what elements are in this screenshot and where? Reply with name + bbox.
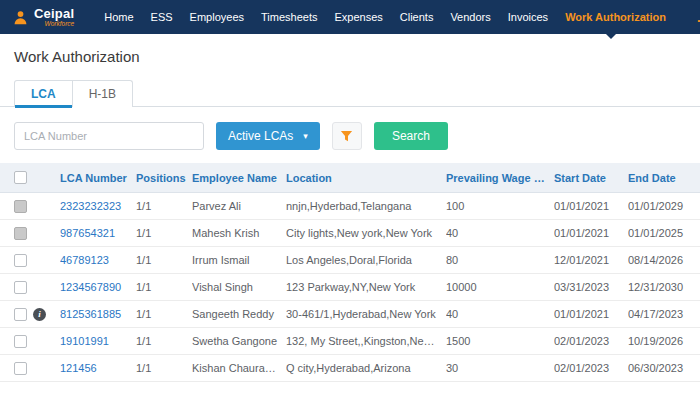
location-cell: Q city,Hyderabad,Arizona bbox=[286, 362, 446, 374]
start-date-cell: 02/01/2023 bbox=[554, 335, 628, 347]
employee-name-cell: Mahesh Krish bbox=[192, 227, 286, 239]
ceipal-logo[interactable]: Ceipal Workforce bbox=[12, 7, 74, 28]
wage-cell: 10000 bbox=[446, 281, 554, 293]
chevron-down-icon: ▾ bbox=[303, 131, 308, 141]
row-checkbox[interactable] bbox=[14, 281, 27, 294]
select-all-checkbox[interactable] bbox=[14, 171, 27, 184]
brand-name: Ceipal bbox=[34, 7, 74, 20]
start-date-cell: 02/01/2023 bbox=[554, 362, 628, 374]
start-date-cell: 01/01/2021 bbox=[554, 200, 628, 212]
lca-number-link[interactable]: 46789123 bbox=[60, 254, 136, 266]
location-cell: City lights,New york,New York bbox=[286, 227, 446, 239]
employee-name-cell: Vishal Singh bbox=[192, 281, 286, 293]
col-end-date: End Date bbox=[628, 172, 700, 184]
wage-cell: 1500 bbox=[446, 335, 554, 347]
start-date-cell: 12/01/2021 bbox=[554, 254, 628, 266]
lca-number-link[interactable]: 8125361885 bbox=[60, 308, 136, 320]
table-row: 987654321 1/1 Mahesh Krish City lights,N… bbox=[0, 220, 700, 247]
brand-tagline: Workforce bbox=[45, 21, 75, 28]
end-date-cell: 01/01/2025 bbox=[628, 227, 700, 239]
positions-cell: 1/1 bbox=[136, 362, 192, 374]
nav-item-vendors[interactable]: Vendors bbox=[450, 11, 490, 23]
end-date-cell: 12/31/2030 bbox=[628, 281, 700, 293]
row-checkbox bbox=[14, 227, 27, 240]
row-checkbox[interactable] bbox=[14, 362, 27, 375]
table-header-row: LCA Number Positions Employee Name Locat… bbox=[0, 163, 700, 193]
active-lcas-dropdown[interactable]: Active LCAs ▾ bbox=[216, 122, 320, 150]
table-row: i 8125361885 1/1 Sangeeth Reddy 30-461/1… bbox=[0, 301, 700, 328]
end-date-cell: 10/19/2026 bbox=[628, 335, 700, 347]
tab-h1b[interactable]: H-1B bbox=[72, 81, 132, 107]
start-date-cell: 01/01/2021 bbox=[554, 227, 628, 239]
end-date-cell: 04/17/2023 bbox=[628, 308, 700, 320]
lca-number-link[interactable]: 121456 bbox=[60, 362, 136, 374]
nav-item-ess[interactable]: ESS bbox=[151, 11, 173, 23]
positions-cell: 1/1 bbox=[136, 308, 192, 320]
lca-number-link[interactable]: 1234567890 bbox=[60, 281, 136, 293]
col-location: Location bbox=[286, 172, 446, 184]
end-date-cell: 08/14/2026 bbox=[628, 254, 700, 266]
wage-cell: 40 bbox=[446, 308, 554, 320]
positions-cell: 1/1 bbox=[136, 335, 192, 347]
location-cell: 132, My Street,,Kingston,New Y... bbox=[286, 335, 446, 347]
col-lca-number: LCA Number bbox=[60, 172, 136, 184]
nav-item-work-authorization[interactable]: Work Authorization bbox=[565, 11, 666, 23]
search-button[interactable]: Search bbox=[374, 122, 448, 150]
end-date-cell: 01/01/2029 bbox=[628, 200, 700, 212]
table-row: 1234567890 1/1 Vishal Singh 123 Parkway,… bbox=[0, 274, 700, 301]
row-checkbox[interactable] bbox=[14, 335, 27, 348]
wage-cell: 100 bbox=[446, 200, 554, 212]
page-title: Work Authorization bbox=[0, 34, 700, 68]
location-cell: Los Angeles,Doral,Florida bbox=[286, 254, 446, 266]
nav-item-employees[interactable]: Employees bbox=[190, 11, 244, 23]
lca-number-link[interactable]: 987654321 bbox=[60, 227, 136, 239]
employee-name-cell: Sangeeth Reddy bbox=[192, 308, 286, 320]
active-lcas-dropdown-label: Active LCAs bbox=[228, 129, 293, 143]
row-checkbox bbox=[14, 200, 27, 213]
lca-number-input[interactable] bbox=[14, 122, 204, 150]
table-row: 121456 1/1 Kishan Chaurasiya Q city,Hyde… bbox=[0, 355, 700, 382]
lca-table: LCA Number Positions Employee Name Locat… bbox=[0, 163, 700, 382]
table-row: 19101991 1/1 Swetha Gangone 132, My Stre… bbox=[0, 328, 700, 355]
col-employee-name: Employee Name bbox=[192, 172, 286, 184]
nav-item-invoices[interactable]: Invoices bbox=[508, 11, 548, 23]
tab-lca[interactable]: LCA bbox=[15, 81, 72, 107]
location-cell: nnjn,Hyderbad,Telangana bbox=[286, 200, 446, 212]
start-date-cell: 01/01/2021 bbox=[554, 308, 628, 320]
wage-cell: 40 bbox=[446, 227, 554, 239]
location-cell: 30-461/1,Hyderabad,New York bbox=[286, 308, 446, 320]
employee-name-cell: Parvez Ali bbox=[192, 200, 286, 212]
nav-item-timesheets[interactable]: Timesheets bbox=[261, 11, 317, 23]
wage-cell: 30 bbox=[446, 362, 554, 374]
search-toolbar: Active LCAs ▾ Search bbox=[0, 107, 700, 151]
location-cell: 123 Parkway,NY,New York bbox=[286, 281, 446, 293]
col-start-date: Start Date bbox=[554, 172, 628, 184]
col-positions: Positions bbox=[136, 172, 192, 184]
lca-number-link[interactable]: 2323232323 bbox=[60, 200, 136, 212]
active-nav-caret-icon bbox=[606, 34, 616, 39]
positions-cell: 1/1 bbox=[136, 281, 192, 293]
end-date-cell: 06/30/2023 bbox=[628, 362, 700, 374]
positions-cell: 1/1 bbox=[136, 254, 192, 266]
top-navbar: Ceipal Workforce Home ESS Employees Time… bbox=[0, 0, 700, 34]
filter-funnel-icon bbox=[340, 130, 353, 143]
nav-item-expenses[interactable]: Expenses bbox=[334, 11, 382, 23]
employee-name-cell: Swetha Gangone bbox=[192, 335, 286, 347]
wage-cell: 80 bbox=[446, 254, 554, 266]
row-checkbox[interactable] bbox=[14, 308, 27, 321]
positions-cell: 1/1 bbox=[136, 227, 192, 239]
nav-item-clients[interactable]: Clients bbox=[400, 11, 434, 23]
filter-button[interactable] bbox=[332, 122, 362, 150]
start-date-cell: 03/31/2023 bbox=[554, 281, 628, 293]
tabs-bar: LCA H-1B bbox=[0, 80, 700, 107]
employee-name-cell: Kishan Chaurasiya bbox=[192, 362, 286, 374]
lca-number-link[interactable]: 19101991 bbox=[60, 335, 136, 347]
positions-cell: 1/1 bbox=[136, 200, 192, 212]
col-prevailing-wage: Prevailing Wage (USD) bbox=[446, 172, 554, 184]
nav-item-home[interactable]: Home bbox=[104, 11, 133, 23]
employee-name-cell: Irrum Ismail bbox=[192, 254, 286, 266]
row-checkbox[interactable] bbox=[14, 254, 27, 267]
table-row: 46789123 1/1 Irrum Ismail Los Angeles,Do… bbox=[0, 247, 700, 274]
info-icon[interactable]: i bbox=[33, 308, 46, 321]
nav-items: Home ESS Employees Timesheets Expenses C… bbox=[104, 10, 700, 25]
